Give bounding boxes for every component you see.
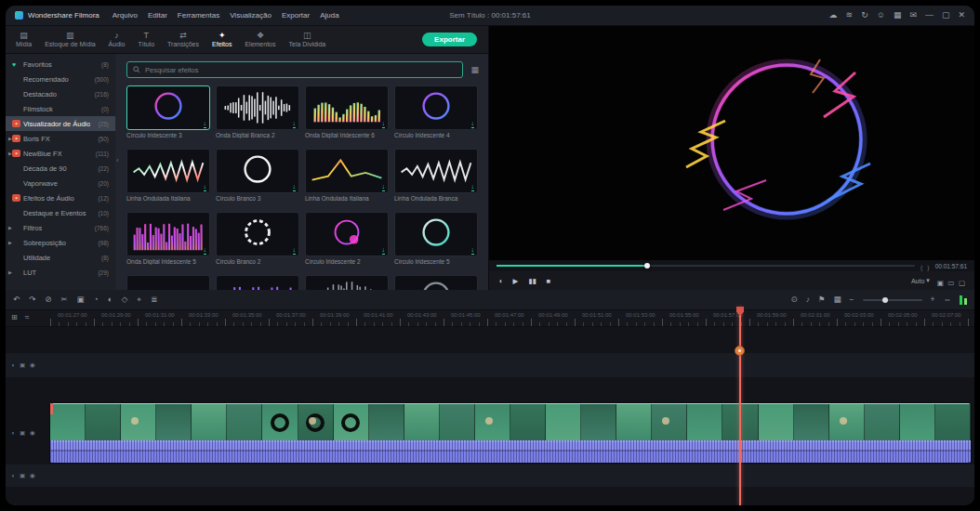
effect-linha-ondulada-branca[interactable]: ↓ Linha Ondulada Branca bbox=[394, 149, 478, 208]
color-icon[interactable]: ◐ bbox=[108, 295, 113, 304]
manage-tracks-icon[interactable]: ⊞ bbox=[11, 313, 18, 321]
effect-circulo-iridescente-4[interactable]: ↓ Círculo Iridescente 4 bbox=[394, 85, 478, 145]
stop-button[interactable]: ■ bbox=[547, 277, 551, 285]
tab-midia[interactable]: ▤ Mídia bbox=[9, 30, 38, 49]
menu-ferramentas[interactable]: Ferramentas bbox=[178, 11, 219, 20]
fullscreen-icon[interactable]: ▢ bbox=[959, 279, 965, 287]
scrubber-handle[interactable] bbox=[644, 263, 650, 269]
effect-onda-digital-branca-2[interactable]: ↓ Onda Digital Branca 2 bbox=[216, 85, 299, 145]
tab-tela-dividida[interactable]: ◫ Tela Dividida bbox=[283, 30, 333, 49]
sync-icon[interactable]: ↻ bbox=[861, 11, 868, 20]
crop-icon[interactable]: ▣ bbox=[77, 295, 85, 304]
collapse-sidebar-button[interactable]: ‹ bbox=[116, 156, 119, 164]
zoom-in-icon[interactable]: + bbox=[931, 295, 935, 304]
lock-icon[interactable]: ▣ bbox=[20, 429, 25, 437]
effect-circulo-branco-2[interactable]: ↓ Círculo Branco 2 bbox=[216, 212, 299, 271]
effect-thumbnail[interactable]: ↓ bbox=[216, 149, 299, 193]
effect-thumbnail[interactable]: ↓ bbox=[305, 212, 389, 256]
download-icon[interactable]: ↓ bbox=[382, 183, 386, 191]
download-icon[interactable]: ↓ bbox=[471, 120, 475, 128]
sidebar-item-favoritos[interactable]: ♥ Favoritos (8) bbox=[6, 57, 115, 72]
timeline-ruler[interactable]: ⊞≈ 00:01:27:0000:01:29:0000:01:31:0000:0… bbox=[6, 310, 974, 327]
menu-editar[interactable]: Editar bbox=[148, 11, 167, 20]
effect-thumbnail[interactable]: ↓ bbox=[305, 275, 389, 290]
keyframe-icon[interactable]: ◇ bbox=[122, 295, 128, 304]
fit-timeline-icon[interactable]: ⇔ bbox=[944, 295, 952, 304]
sidebar-item-recomendado[interactable]: Recomendado (500) bbox=[6, 72, 115, 86]
expand-arrow-icon[interactable]: ▶ bbox=[8, 225, 12, 230]
tab-transicoes[interactable]: ⇄ Transições bbox=[161, 30, 205, 49]
effect-linha-ondulada-italiana[interactable]: ↓ Linha Ondulada Italiana bbox=[305, 149, 389, 208]
tab-efeitos[interactable]: ✦ Efeitos bbox=[205, 30, 238, 49]
download-icon[interactable]: ↓ bbox=[204, 246, 207, 255]
effect-thumbnail[interactable]: ↓ bbox=[394, 212, 478, 256]
download-icon[interactable]: ↓ bbox=[471, 183, 475, 191]
effect-thumbnail[interactable]: ↓ bbox=[126, 149, 210, 193]
preview-scrubber[interactable] bbox=[497, 265, 915, 267]
account-icon[interactable]: ☺ bbox=[877, 11, 885, 20]
track-1[interactable]: ◖▣◉ bbox=[6, 353, 974, 377]
sidebar-item-filmstock[interactable]: Filmstock (0) bbox=[6, 101, 115, 116]
download-icon[interactable]: ↓ bbox=[293, 246, 297, 255]
sidebar-item-efeitos-de-audio[interactable]: ✦ Efeitos de Áudio (12) bbox=[6, 190, 115, 205]
scissors-icon[interactable]: ✂ bbox=[60, 295, 67, 304]
download-icon[interactable]: ↓ bbox=[293, 183, 297, 191]
mark-in-icon[interactable]: ⟨ bbox=[920, 265, 923, 271]
effect-thumbnail[interactable]: ↓ bbox=[216, 212, 299, 256]
hide-icon[interactable]: ◉ bbox=[30, 429, 35, 437]
effect-thumbnail[interactable]: ↓ bbox=[126, 212, 210, 256]
track-3[interactable]: ◖▣◉ bbox=[6, 465, 974, 487]
effect-thumbnail-14[interactable]: ↓ bbox=[216, 275, 299, 290]
snap-icon[interactable]: ≈ bbox=[25, 313, 29, 321]
export-button[interactable]: Exportar bbox=[422, 33, 477, 46]
effect-thumbnail[interactable]: ↓ bbox=[394, 275, 478, 290]
signal-icon[interactable]: ≋ bbox=[846, 11, 854, 20]
zoom-out-icon[interactable]: − bbox=[850, 295, 854, 304]
sidebar-item-sobreposicao[interactable]: ▶ Sobreposição (98) bbox=[6, 235, 115, 250]
menu-arquivo[interactable]: Arquivo bbox=[113, 11, 138, 20]
menu-visualizacao[interactable]: Visualização bbox=[230, 11, 271, 20]
effect-onda-digital-iridescente-6[interactable]: ↓ Onda Digital Iridescente 6 bbox=[305, 85, 389, 145]
grid-view-toggle-icon[interactable]: ▦ bbox=[470, 65, 479, 74]
zoom-slider[interactable] bbox=[863, 299, 922, 301]
effect-thumbnail[interactable]: ↓ bbox=[305, 149, 389, 193]
download-icon[interactable]: ↓ bbox=[471, 246, 475, 255]
download-icon[interactable]: ↓ bbox=[382, 246, 386, 255]
video-viewer[interactable] bbox=[489, 26, 974, 260]
tab-audio[interactable]: ♪ Áudio bbox=[102, 30, 132, 49]
effect-thumbnail-16[interactable]: ↓ bbox=[394, 275, 478, 290]
effect-circulo-iridescente-3[interactable]: ↓ Círculo Iridescente 3 bbox=[126, 85, 210, 145]
play-button[interactable]: ▶ bbox=[513, 277, 519, 285]
sidebar-item-visualizador-de-audio[interactable]: ✦ Visualizador de Áudio (25) bbox=[6, 116, 115, 131]
tab-elementos[interactable]: ❖ Elementos bbox=[238, 30, 282, 49]
clip-trim-handle[interactable] bbox=[50, 403, 53, 414]
download-icon[interactable]: ↓ bbox=[293, 120, 297, 128]
redo-icon[interactable]: ↷ bbox=[29, 295, 35, 304]
playhead-marker-badge[interactable] bbox=[735, 346, 745, 356]
workspace-icon[interactable]: ▦ bbox=[894, 11, 902, 20]
effect-thumbnail[interactable]: ↓ bbox=[126, 275, 210, 290]
sidebar-item-destacado[interactable]: Destacado (216) bbox=[6, 86, 115, 101]
render-preview-button[interactable] bbox=[960, 295, 967, 305]
maximize-icon[interactable]: ▢ bbox=[942, 11, 950, 20]
hide-icon[interactable]: ◉ bbox=[30, 361, 35, 369]
marker-icon[interactable]: ⚑ bbox=[818, 295, 826, 304]
minimize-icon[interactable]: — bbox=[925, 11, 934, 20]
hide-icon[interactable]: ◉ bbox=[30, 472, 35, 479]
speed-icon[interactable]: ◔ bbox=[94, 295, 99, 304]
expand-arrow-icon[interactable]: ▶ bbox=[8, 240, 12, 245]
menu-ajuda[interactable]: Ajuda bbox=[320, 11, 338, 20]
sidebar-item-decada-de-90[interactable]: Década de 90 (22) bbox=[6, 161, 115, 176]
record-icon[interactable]: ⊙ bbox=[791, 295, 798, 304]
sidebar-item-boris-fx[interactable]: ▶ ✦ Boris FX (50) bbox=[6, 131, 115, 146]
quality-dropdown[interactable]: Auto ▾ bbox=[911, 277, 930, 284]
sidebar-item-utilidade[interactable]: Utilidade (8) bbox=[6, 250, 115, 265]
mute-icon[interactable]: ◖ bbox=[11, 472, 15, 479]
motion-track-icon[interactable]: ⌖ bbox=[137, 295, 141, 304]
search-input[interactable]: Pesquisar efeitos bbox=[126, 61, 463, 78]
track-2[interactable]: ◖▣◉ bbox=[6, 403, 974, 463]
feedback-icon[interactable]: ✉ bbox=[909, 11, 917, 20]
sidebar-item-vaporwave[interactable]: Vaporwave (20) bbox=[6, 176, 115, 190]
effect-thumbnail-13[interactable]: ↓ bbox=[126, 275, 210, 290]
effect-thumbnail[interactable]: ↓ bbox=[216, 275, 299, 290]
